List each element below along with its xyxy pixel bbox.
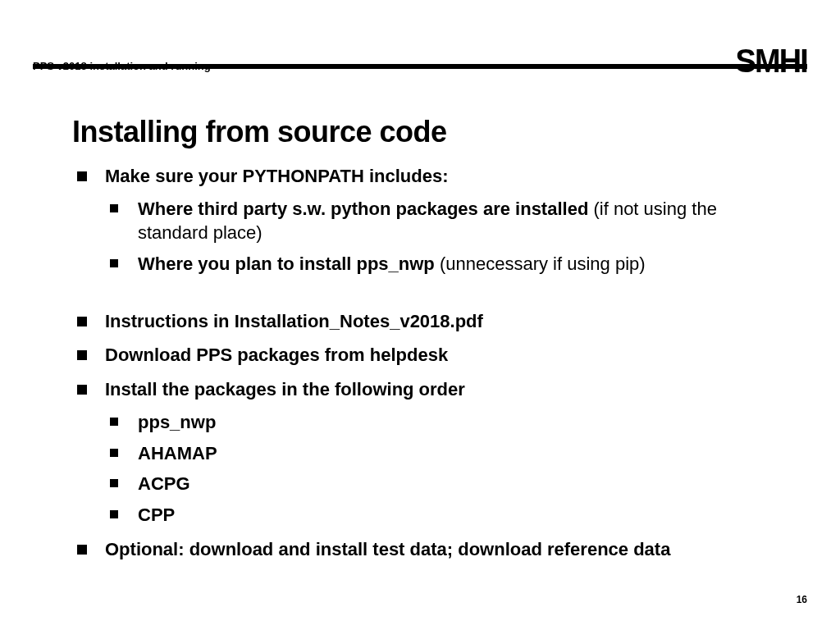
sub-bullet-list: pps_nwp AHAMAP ACPG CPP xyxy=(105,410,768,527)
bullet-text: Download PPS packages from helpdesk xyxy=(105,345,448,365)
header-bar: PPS v2018 installation and running SMHI xyxy=(33,46,807,75)
bullet-optional: Optional: download and install test data… xyxy=(72,537,768,562)
bullet-download: Download PPS packages from helpdesk xyxy=(72,343,768,368)
sub-bullet-pkg: AHAMAP xyxy=(105,441,768,466)
sub-bullet-bold: Where you plan to install pps_nwp xyxy=(138,253,440,274)
slide-content: Installing from source code Make sure yo… xyxy=(72,115,768,571)
sub-bullet-pkg: CPP xyxy=(105,503,768,527)
bullet-pythonpath: Make sure your PYTHONPATH includes: Wher… xyxy=(72,164,768,299)
bullet-text: Install the packages in the following or… xyxy=(105,379,465,399)
sub-bullet-note: (unnecessary if using pip) xyxy=(440,253,646,274)
slide-title: Installing from source code xyxy=(72,115,768,149)
bullet-instructions: Instructions in Installation_Notes_v2018… xyxy=(72,309,768,334)
sub-bullet-bold: Where third party s.w. python packages a… xyxy=(138,199,593,219)
page-number: 16 xyxy=(797,594,807,605)
sub-bullet-pkg: ACPG xyxy=(105,472,768,496)
bullet-text: Optional: download and install test data… xyxy=(105,539,670,559)
sub-bullet-list: Where third party s.w. python packages a… xyxy=(105,197,768,276)
logo-smhi: SMHI xyxy=(736,46,807,75)
bullet-text: Make sure your PYTHONPATH includes: xyxy=(105,166,449,186)
bullet-text: Instructions in Installation_Notes_v2018… xyxy=(105,311,483,331)
bullet-install-order: Install the packages in the following or… xyxy=(72,377,768,527)
header-rule xyxy=(33,64,807,69)
sub-bullet-ppsnwp: Where you plan to install pps_nwp (unnec… xyxy=(105,252,768,276)
sub-bullet-pkg: pps_nwp xyxy=(105,410,768,435)
bullet-list: Make sure your PYTHONPATH includes: Wher… xyxy=(72,164,768,561)
sub-bullet-thirdparty: Where third party s.w. python packages a… xyxy=(105,197,768,245)
